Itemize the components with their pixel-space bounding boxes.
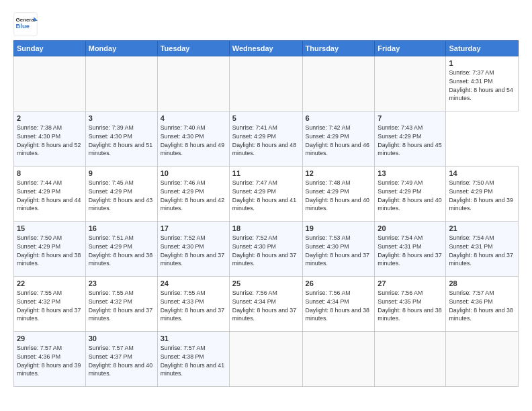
- empty-cell: [375, 332, 446, 387]
- day-info: Sunrise: 7:57 AMSunset: 4:36 PMDaylight:…: [449, 289, 513, 322]
- day-number: 13: [378, 169, 443, 177]
- empty-cell: [302, 56, 375, 111]
- day-number: 3: [89, 114, 154, 122]
- day-cell-27: 27Sunrise: 7:56 AMSunset: 4:35 PMDayligh…: [375, 277, 446, 332]
- day-info: Sunrise: 7:44 AMSunset: 4:29 PMDaylight:…: [17, 179, 81, 212]
- day-cell-30: 30Sunrise: 7:57 AMSunset: 4:37 PMDayligh…: [85, 332, 157, 387]
- day-info: Sunrise: 7:52 AMSunset: 4:30 PMDaylight:…: [161, 234, 224, 267]
- empty-cell: [157, 56, 229, 111]
- day-cell-10: 10Sunrise: 7:46 AMSunset: 4:29 PMDayligh…: [157, 167, 229, 222]
- day-cell-14: 14Sunrise: 7:50 AMSunset: 4:29 PMDayligh…: [446, 167, 519, 222]
- day-info: Sunrise: 7:41 AMSunset: 4:29 PMDaylight:…: [232, 124, 296, 156]
- day-info: Sunrise: 7:42 AMSunset: 4:29 PMDaylight:…: [306, 124, 369, 156]
- day-cell-1: 1Sunrise: 7:37 AMSunset: 4:31 PMDaylight…: [446, 56, 519, 111]
- day-number: 7: [378, 114, 443, 122]
- week-row-0: 1Sunrise: 7:37 AMSunset: 4:31 PMDaylight…: [14, 56, 519, 111]
- day-cell-7: 7Sunrise: 7:43 AMSunset: 4:29 PMDaylight…: [375, 111, 446, 167]
- day-number: 9: [89, 169, 154, 177]
- empty-cell: [85, 56, 157, 111]
- day-number: 31: [161, 334, 226, 342]
- day-info: Sunrise: 7:53 AMSunset: 4:30 PMDaylight:…: [306, 234, 369, 267]
- day-info: Sunrise: 7:56 AMSunset: 4:34 PMDaylight:…: [306, 289, 369, 322]
- day-number: 17: [161, 224, 226, 232]
- day-info: Sunrise: 7:54 AMSunset: 4:31 PMDaylight:…: [378, 234, 441, 267]
- day-number: 4: [161, 114, 226, 122]
- day-number: 8: [17, 169, 83, 177]
- day-number: 12: [306, 169, 372, 177]
- day-cell-5: 5Sunrise: 7:41 AMSunset: 4:29 PMDaylight…: [229, 111, 302, 167]
- day-cell-12: 12Sunrise: 7:48 AMSunset: 4:29 PMDayligh…: [302, 167, 375, 222]
- day-info: Sunrise: 7:50 AMSunset: 4:29 PMDaylight:…: [17, 234, 81, 267]
- day-cell-2: 2Sunrise: 7:38 AMSunset: 4:30 PMDaylight…: [14, 111, 86, 167]
- day-info: Sunrise: 7:54 AMSunset: 4:31 PMDaylight:…: [449, 234, 513, 267]
- week-row-5: 29Sunrise: 7:57 AMSunset: 4:36 PMDayligh…: [14, 332, 519, 387]
- day-number: 6: [306, 114, 372, 122]
- day-cell-13: 13Sunrise: 7:49 AMSunset: 4:29 PMDayligh…: [375, 167, 446, 222]
- day-number: 20: [378, 224, 443, 232]
- day-cell-22: 22Sunrise: 7:55 AMSunset: 4:32 PMDayligh…: [14, 277, 86, 332]
- day-info: Sunrise: 7:39 AMSunset: 4:30 PMDaylight:…: [89, 124, 152, 156]
- day-cell-19: 19Sunrise: 7:53 AMSunset: 4:30 PMDayligh…: [302, 222, 375, 277]
- day-number: 28: [449, 279, 515, 287]
- day-number: 15: [17, 224, 83, 232]
- day-cell-23: 23Sunrise: 7:55 AMSunset: 4:32 PMDayligh…: [85, 277, 157, 332]
- day-cell-24: 24Sunrise: 7:55 AMSunset: 4:33 PMDayligh…: [157, 277, 229, 332]
- day-number: 23: [89, 279, 154, 287]
- day-cell-4: 4Sunrise: 7:40 AMSunset: 4:30 PMDaylight…: [157, 111, 229, 167]
- day-info: Sunrise: 7:56 AMSunset: 4:35 PMDaylight:…: [378, 289, 441, 322]
- day-cell-9: 9Sunrise: 7:45 AMSunset: 4:29 PMDaylight…: [85, 167, 157, 222]
- day-number: 14: [449, 169, 515, 177]
- day-cell-29: 29Sunrise: 7:57 AMSunset: 4:36 PMDayligh…: [14, 332, 86, 387]
- day-info: Sunrise: 7:46 AMSunset: 4:29 PMDaylight:…: [161, 179, 224, 212]
- day-number: 24: [161, 279, 226, 287]
- day-info: Sunrise: 7:45 AMSunset: 4:29 PMDaylight:…: [89, 179, 152, 212]
- day-number: 29: [17, 334, 83, 342]
- empty-cell: [375, 56, 446, 111]
- day-cell-26: 26Sunrise: 7:56 AMSunset: 4:34 PMDayligh…: [302, 277, 375, 332]
- day-number: 11: [232, 169, 300, 177]
- logo-svg: General Blue: [13, 12, 38, 36]
- day-number: 16: [89, 224, 154, 232]
- day-number: 2: [17, 114, 83, 122]
- header: General Blue: [13, 12, 519, 36]
- header-row: SundayMondayTuesdayWednesdayThursdayFrid…: [14, 41, 519, 56]
- day-cell-3: 3Sunrise: 7:39 AMSunset: 4:30 PMDaylight…: [85, 111, 157, 167]
- empty-cell: [14, 56, 86, 111]
- week-row-2: 8Sunrise: 7:44 AMSunset: 4:29 PMDaylight…: [14, 167, 519, 222]
- col-header-wednesday: Wednesday: [229, 41, 302, 56]
- svg-text:General: General: [16, 17, 36, 23]
- page: General Blue SundayMondayTuesdayWednesda…: [0, 0, 532, 411]
- day-number: 22: [17, 279, 83, 287]
- day-cell-11: 11Sunrise: 7:47 AMSunset: 4:29 PMDayligh…: [229, 167, 302, 222]
- day-cell-18: 18Sunrise: 7:52 AMSunset: 4:30 PMDayligh…: [229, 222, 302, 277]
- day-info: Sunrise: 7:55 AMSunset: 4:32 PMDaylight:…: [89, 289, 152, 322]
- day-number: 25: [232, 279, 300, 287]
- day-info: Sunrise: 7:49 AMSunset: 4:29 PMDaylight:…: [378, 179, 441, 212]
- col-header-tuesday: Tuesday: [157, 41, 229, 56]
- day-number: 30: [89, 334, 154, 342]
- week-row-3: 15Sunrise: 7:50 AMSunset: 4:29 PMDayligh…: [14, 222, 519, 277]
- day-cell-15: 15Sunrise: 7:50 AMSunset: 4:29 PMDayligh…: [14, 222, 86, 277]
- day-cell-20: 20Sunrise: 7:54 AMSunset: 4:31 PMDayligh…: [375, 222, 446, 277]
- day-info: Sunrise: 7:37 AMSunset: 4:31 PMDaylight:…: [449, 69, 513, 101]
- col-header-saturday: Saturday: [446, 41, 519, 56]
- week-row-4: 22Sunrise: 7:55 AMSunset: 4:32 PMDayligh…: [14, 277, 519, 332]
- day-number: 1: [449, 59, 515, 67]
- col-header-sunday: Sunday: [14, 41, 86, 56]
- empty-cell: [229, 332, 302, 387]
- day-info: Sunrise: 7:57 AMSunset: 4:38 PMDaylight:…: [161, 345, 224, 377]
- logo: General Blue: [13, 12, 38, 36]
- day-cell-31: 31Sunrise: 7:57 AMSunset: 4:38 PMDayligh…: [157, 332, 229, 387]
- empty-cell: [446, 332, 519, 387]
- day-number: 21: [449, 224, 515, 232]
- svg-text:Blue: Blue: [16, 23, 30, 30]
- day-number: 26: [306, 279, 372, 287]
- day-cell-6: 6Sunrise: 7:42 AMSunset: 4:29 PMDaylight…: [302, 111, 375, 167]
- empty-cell: [302, 332, 375, 387]
- day-cell-21: 21Sunrise: 7:54 AMSunset: 4:31 PMDayligh…: [446, 222, 519, 277]
- day-number: 10: [161, 169, 226, 177]
- day-info: Sunrise: 7:48 AMSunset: 4:29 PMDaylight:…: [306, 179, 369, 212]
- day-cell-16: 16Sunrise: 7:51 AMSunset: 4:29 PMDayligh…: [85, 222, 157, 277]
- day-cell-8: 8Sunrise: 7:44 AMSunset: 4:29 PMDaylight…: [14, 167, 86, 222]
- col-header-monday: Monday: [85, 41, 157, 56]
